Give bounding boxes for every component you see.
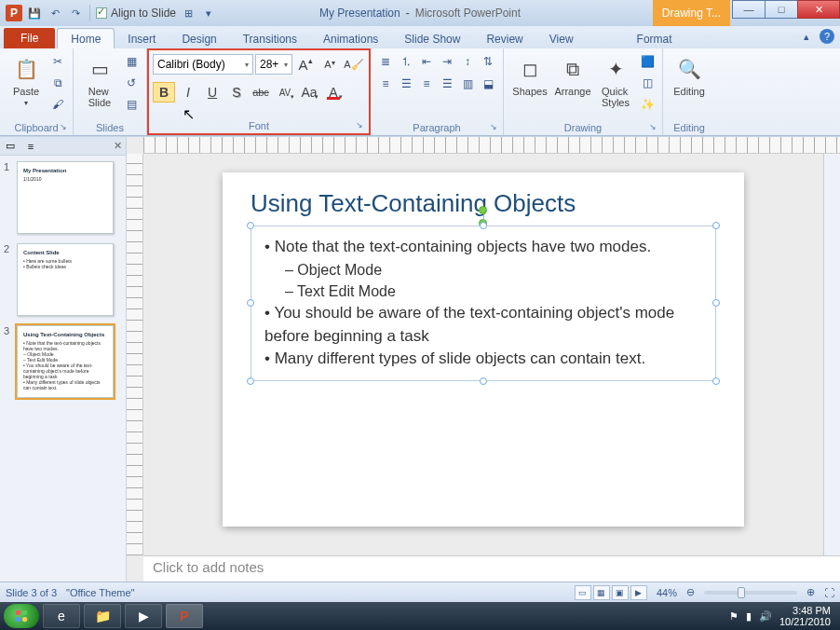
paragraph-launcher-icon[interactable]: ↘	[490, 122, 501, 133]
grow-font-icon[interactable]: A▴	[294, 54, 317, 75]
reset-icon[interactable]: ↺	[122, 74, 141, 92]
resize-handle[interactable]	[480, 377, 487, 385]
paste-button[interactable]: 📋 Paste▾	[6, 52, 47, 107]
columns-icon[interactable]: ▥	[458, 75, 477, 93]
thumbnail-preview[interactable]: Content Slide• Here are some bullets• Bu…	[17, 243, 114, 316]
change-case-button[interactable]: Aa▾	[298, 82, 320, 103]
strikethrough-button[interactable]: abc	[250, 82, 272, 103]
tab-transitions[interactable]: Transitions	[230, 29, 310, 48]
taskbar-ie-icon[interactable]: e	[43, 604, 80, 628]
italic-button[interactable]: I	[177, 82, 199, 103]
shape-effects-icon[interactable]: ✨	[638, 95, 657, 114]
bullet-sub-item[interactable]: Text Edit Mode	[285, 281, 702, 302]
drawing-launcher-icon[interactable]: ↘	[649, 122, 660, 133]
resize-handle[interactable]	[247, 222, 254, 229]
thumbnail-preview[interactable]: My Presentation1/1/2010	[17, 161, 114, 234]
shrink-font-icon[interactable]: A▾	[318, 54, 341, 75]
tab-home[interactable]: Home	[57, 28, 115, 48]
format-painter-icon[interactable]: 🖌	[48, 95, 67, 114]
normal-view-icon[interactable]: ▭	[575, 585, 591, 600]
notes-pane[interactable]: Click to add notes	[143, 555, 840, 582]
tab-file[interactable]: File	[4, 28, 55, 48]
zoom-slider[interactable]	[704, 591, 797, 595]
increase-indent-icon[interactable]: ⇥	[438, 52, 456, 71]
maximize-button[interactable]: □	[765, 0, 798, 19]
tab-slideshow[interactable]: Slide Show	[391, 29, 473, 48]
start-button[interactable]	[4, 604, 39, 628]
zoom-out-icon[interactable]: ⊖	[686, 586, 695, 598]
zoom-in-icon[interactable]: ⊕	[806, 586, 815, 598]
clear-format-icon[interactable]: A🧹	[343, 54, 365, 75]
tray-network-icon[interactable]: ▮	[746, 610, 752, 623]
taskbar-clock[interactable]: 3:48 PM 10/21/2010	[779, 605, 831, 627]
outline-tab-icon[interactable]: ≡	[20, 141, 41, 152]
slideshow-view-icon[interactable]: ▶	[630, 585, 647, 600]
text-direction-icon[interactable]: ⇅	[479, 52, 497, 71]
align-center-icon[interactable]: ☰	[397, 75, 415, 93]
minimize-button[interactable]: —	[732, 0, 765, 19]
decrease-indent-icon[interactable]: ⇤	[417, 52, 436, 71]
thumbnail-item[interactable]: 3Using Text-Containing Objects• Note tha…	[4, 325, 122, 398]
bullet-item[interactable]: You should be aware of the text-containi…	[264, 302, 702, 348]
align-right-icon[interactable]: ≡	[417, 75, 436, 93]
tab-insert[interactable]: Insert	[115, 29, 169, 48]
tray-volume-icon[interactable]: 🔊	[759, 610, 772, 623]
taskbar-explorer-icon[interactable]: 📁	[84, 604, 121, 628]
font-color-button[interactable]: A▾	[322, 82, 345, 103]
zoom-level[interactable]: 44%	[657, 587, 677, 598]
fit-to-window-icon[interactable]: ⛶	[824, 587, 834, 598]
qat-undo-icon[interactable]: ↶	[47, 5, 63, 21]
tab-animations[interactable]: Animations	[310, 29, 391, 48]
thumbnail-item[interactable]: 2Content Slide• Here are some bullets• B…	[4, 243, 122, 316]
vertical-scrollbar[interactable]	[823, 154, 840, 555]
numbering-icon[interactable]: ⒈	[397, 52, 415, 71]
bullets-icon[interactable]: ≣	[376, 52, 395, 71]
font-size-combo[interactable]: 28+▾	[255, 54, 292, 75]
sorter-view-icon[interactable]: ▦	[593, 585, 610, 600]
bullet-sub-item[interactable]: Object Mode	[285, 259, 702, 281]
align-left-icon[interactable]: ≡	[376, 75, 395, 93]
editing-button[interactable]: 🔍Editing	[669, 52, 710, 97]
quick-styles-button[interactable]: ✦Quick Styles	[595, 52, 636, 108]
font-name-combo[interactable]: Calibri (Body)▾	[153, 54, 253, 75]
tab-review[interactable]: Review	[473, 29, 535, 48]
shapes-button[interactable]: ◻Shapes	[509, 52, 550, 97]
resize-handle[interactable]	[712, 299, 720, 307]
slide-canvas[interactable]: Using Text-Containing Objects	[143, 154, 823, 555]
section-icon[interactable]: ▤	[122, 95, 141, 114]
resize-handle[interactable]	[712, 377, 720, 385]
horizontal-ruler[interactable]	[143, 137, 840, 154]
clipboard-launcher-icon[interactable]: ↘	[60, 122, 71, 133]
close-button[interactable]: ✕	[797, 0, 840, 19]
rotate-handle[interactable]	[479, 206, 487, 214]
bullet-item[interactable]: Many different types of slide objects ca…	[264, 348, 702, 371]
qat-more-icon[interactable]: ▾	[200, 5, 217, 21]
layout-icon[interactable]: ▦	[122, 52, 141, 71]
tray-flag-icon[interactable]: ⚑	[729, 610, 738, 623]
slides-tab-icon[interactable]: ▭	[0, 140, 20, 152]
cut-icon[interactable]: ✂	[48, 52, 67, 71]
tab-design[interactable]: Design	[169, 29, 229, 48]
underline-button[interactable]: U	[201, 82, 224, 103]
justify-icon[interactable]: ☰	[438, 75, 456, 93]
slide[interactable]: Using Text-Containing Objects	[223, 172, 744, 527]
reading-view-icon[interactable]: ▣	[612, 585, 629, 600]
resize-handle[interactable]	[480, 222, 487, 229]
qat-align-icon[interactable]: ⊞	[180, 5, 196, 21]
qat-redo-icon[interactable]: ↷	[67, 5, 84, 21]
resize-handle[interactable]	[247, 377, 254, 385]
smart-art-icon[interactable]: ⬓	[479, 75, 497, 93]
resize-handle[interactable]	[247, 299, 254, 307]
tab-view[interactable]: View	[536, 29, 587, 48]
new-slide-button[interactable]: ▭ New Slide	[79, 52, 120, 108]
taskbar-powerpoint-icon[interactable]: P	[166, 604, 203, 628]
minimize-ribbon-icon[interactable]: ▴	[799, 29, 814, 44]
vertical-ruler[interactable]	[127, 154, 143, 555]
bullet-item[interactable]: Note that the text-containing objects ha…	[264, 236, 702, 259]
bold-button[interactable]: B	[153, 82, 175, 103]
content-textbox[interactable]: Note that the text-containing objects ha…	[251, 226, 716, 381]
line-spacing-icon[interactable]: ↕	[458, 52, 477, 71]
align-to-slide-checkbox[interactable]	[96, 7, 107, 19]
taskbar-media-icon[interactable]: ▶	[125, 604, 162, 628]
arrange-button[interactable]: ⧉Arrange	[552, 52, 593, 97]
